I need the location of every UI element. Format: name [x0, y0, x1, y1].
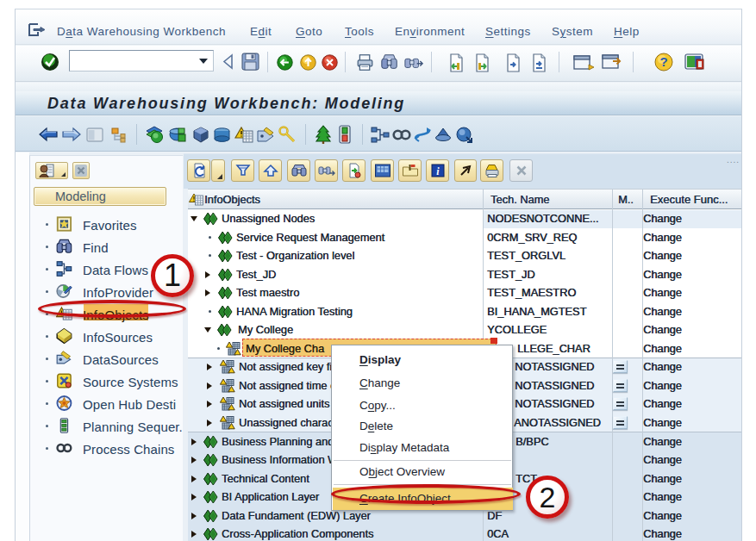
- svg-text:?: ?: [659, 54, 667, 69]
